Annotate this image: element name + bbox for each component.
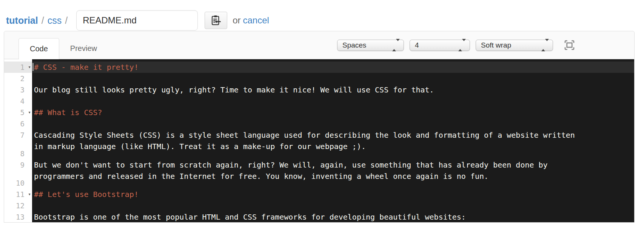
screen-full-icon — [564, 40, 575, 50]
line-number-12[interactable]: 12 — [4, 200, 32, 211]
code-line-2[interactable]: 2 — [4, 73, 634, 84]
wrap-mode-select[interactable]: Soft wrap — [476, 40, 553, 51]
indent-mode-value: Spaces — [342, 41, 366, 49]
line-number-11[interactable]: 11▾ — [4, 189, 32, 200]
line-number-6[interactable]: 6 — [4, 118, 32, 129]
code-content-12[interactable] — [32, 200, 634, 211]
fold-arrow-icon[interactable]: ▾ — [28, 107, 31, 118]
code-content-5[interactable]: ## What is CSS? — [32, 107, 634, 118]
code-line-10[interactable]: 10 — [4, 177, 634, 189]
line-number-4[interactable]: 4 — [4, 95, 32, 107]
indent-size-select[interactable]: 4 — [410, 40, 470, 51]
line-number-10[interactable]: 10 — [4, 177, 32, 189]
line-number-13[interactable]: 13 — [4, 211, 32, 223]
code-line-13[interactable]: 13Bootstrap is one of the most popular H… — [4, 211, 634, 223]
tab-preview[interactable]: Preview — [59, 38, 108, 59]
code-line-12[interactable]: 12 — [4, 200, 634, 211]
breadcrumb-repo-link[interactable]: tutorial — [6, 15, 38, 26]
editor-tabs: Code Preview — [18, 31, 108, 59]
code-line-6[interactable]: 6 — [4, 118, 634, 129]
code-content-9[interactable]: But we don't want to start from scratch … — [32, 159, 634, 178]
line-number-3[interactable]: 3 — [4, 84, 32, 95]
breadcrumb-folder-link[interactable]: css — [48, 15, 62, 26]
breadcrumb: tutorial / css / or cancel — [0, 0, 644, 31]
code-editor[interactable]: 1▾# CSS - make it pretty!23Our blog stil… — [4, 59, 634, 223]
clipboard-arrow-icon — [210, 14, 222, 26]
up-down-arrows-icon — [458, 41, 466, 49]
line-number-7[interactable]: 7 — [4, 129, 32, 148]
code-line-5[interactable]: 5▾## What is CSS? — [4, 107, 634, 118]
breadcrumb-separator: / — [65, 15, 68, 26]
indent-size-value: 4 — [415, 41, 419, 49]
code-content-11[interactable]: ## Let's use Bootstrap! — [32, 189, 634, 200]
up-down-arrows-icon — [541, 41, 549, 49]
line-number-8[interactable]: 8 — [4, 148, 32, 159]
wrap-mode-value: Soft wrap — [481, 41, 511, 49]
code-content-6[interactable] — [32, 118, 634, 129]
line-number-9[interactable]: 9 — [4, 159, 32, 178]
cancel-link[interactable]: cancel — [243, 15, 269, 26]
code-content-7[interactable]: Cascading Style Sheets (CSS) is a style … — [32, 129, 634, 148]
code-content-8[interactable] — [32, 148, 634, 159]
fullscreen-button[interactable] — [564, 40, 575, 50]
fold-arrow-icon[interactable]: ▾ — [28, 189, 31, 200]
editor-toolbar: Code Preview Spaces 4 Soft wrap — [4, 31, 634, 59]
line-number-2[interactable]: 2 — [4, 73, 32, 84]
tab-code[interactable]: Code — [18, 38, 59, 59]
code-line-1[interactable]: 1▾# CSS - make it pretty! — [4, 62, 634, 73]
code-line-9[interactable]: 9But we don't want to start from scratch… — [4, 159, 634, 178]
file-editor-container: Code Preview Spaces 4 Soft wrap — [4, 31, 635, 223]
filename-input[interactable] — [76, 10, 198, 31]
code-line-3[interactable]: 3Our blog still looks pretty ugly, right… — [4, 84, 634, 95]
editor-lines: 1▾# CSS - make it pretty!23Our blog stil… — [4, 62, 634, 223]
breadcrumb-separator: / — [42, 15, 44, 26]
code-content-1[interactable]: # CSS - make it pretty! — [32, 62, 634, 73]
up-down-arrows-icon — [392, 41, 400, 49]
or-text: or — [233, 15, 240, 26]
line-number-1[interactable]: 1▾ — [4, 62, 32, 73]
fold-arrow-icon[interactable]: ▾ — [28, 62, 31, 73]
code-line-4[interactable]: 4 — [4, 95, 634, 107]
copy-path-button[interactable] — [205, 12, 227, 29]
code-content-2[interactable] — [32, 73, 634, 84]
code-content-3[interactable]: Our blog still looks pretty ugly, right?… — [32, 84, 634, 95]
editor-controls: Spaces 4 Soft wrap — [331, 31, 634, 59]
code-content-13[interactable]: Bootstrap is one of the most popular HTM… — [32, 211, 634, 223]
code-content-4[interactable] — [32, 95, 634, 107]
code-content-10[interactable] — [32, 177, 634, 189]
code-line-7[interactable]: 7Cascading Style Sheets (CSS) is a style… — [4, 129, 634, 148]
indent-mode-select[interactable]: Spaces — [337, 40, 404, 51]
code-line-8[interactable]: 8 — [4, 148, 634, 159]
code-line-11[interactable]: 11▾## Let's use Bootstrap! — [4, 189, 634, 200]
line-number-5[interactable]: 5▾ — [4, 107, 32, 118]
